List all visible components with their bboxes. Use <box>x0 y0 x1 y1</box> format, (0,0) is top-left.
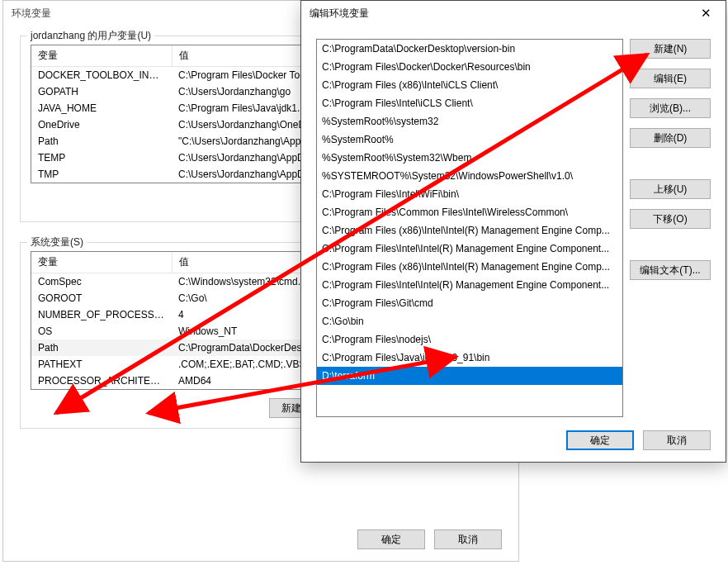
col-var[interactable]: 变量 <box>31 45 172 67</box>
list-item[interactable]: C:\Program Files\nodejs\ <box>317 330 622 349</box>
var-name: Path <box>31 339 172 356</box>
move-down-button[interactable]: 下移(O) <box>630 209 711 229</box>
browse-button[interactable]: 浏览(B)... <box>630 98 711 118</box>
edit-button[interactable]: 编辑(E) <box>630 69 711 88</box>
list-item-selected[interactable]: D:\terraform <box>317 367 622 385</box>
list-item[interactable]: C:\Program Files (x86)\Intel\iCLS Client… <box>317 76 622 94</box>
list-item[interactable]: C:\Program Files\Intel\iCLS Client\ <box>317 94 622 112</box>
var-name: ComSpec <box>31 273 172 291</box>
var-name: GOROOT <box>31 290 172 306</box>
user-vars-group-title: jordanzhang 的用户变量(U) <box>27 29 154 43</box>
var-name: OS <box>31 323 172 339</box>
list-item[interactable]: %SystemRoot% <box>317 131 622 149</box>
edit-env-var-title: 编辑环境变量 <box>310 7 369 21</box>
edit-env-var-dialog: 编辑环境变量 ✕ C:\ProgramData\DockerDesktop\ve… <box>300 0 726 463</box>
list-item[interactable]: C:\ProgramData\DockerDesktop\version-bin <box>317 40 622 58</box>
list-item[interactable]: %SystemRoot%\System32\Wbem <box>317 149 622 167</box>
list-item[interactable]: %SystemRoot%\system32 <box>317 112 622 131</box>
envvars-ok-button[interactable]: 确定 <box>357 529 425 549</box>
var-name: PATHEXT <box>31 356 172 373</box>
var-name: Path <box>31 133 172 150</box>
var-name: JAVA_HOME <box>31 100 172 116</box>
list-item[interactable]: C:\Program Files\Git\cmd <box>317 294 622 312</box>
path-entries-list[interactable]: C:\ProgramData\DockerDesktop\version-bin… <box>316 39 623 417</box>
var-name: DOCKER_TOOLBOX_INST... <box>31 67 172 84</box>
list-item[interactable]: C:\Program Files\Intel\Intel(R) Manageme… <box>317 276 622 294</box>
delete-button[interactable]: 删除(D) <box>630 128 711 148</box>
new-button[interactable]: 新建(N) <box>630 39 711 59</box>
var-name: TEMP <box>31 150 172 166</box>
list-item[interactable]: C:\Program Files (x86)\Intel\Intel(R) Ma… <box>317 221 622 240</box>
var-name: NUMBER_OF_PROCESSORS <box>31 306 172 323</box>
close-icon[interactable]: ✕ <box>689 2 722 24</box>
var-name: OneDrive <box>31 116 172 133</box>
list-item[interactable]: C:\Program Files\Common Files\Intel\Wire… <box>317 203 622 221</box>
move-up-button[interactable]: 上移(U) <box>630 179 711 199</box>
list-item[interactable]: C:\Program Files\Java\jdk1.8.0_91\bin <box>317 349 622 367</box>
list-item[interactable]: C:\Program Files\Docker\Docker\Resources… <box>317 58 622 76</box>
list-item[interactable]: %SYSTEMROOT%\System32\WindowsPowerShell\… <box>317 167 622 185</box>
var-name: PROCESSOR_ARCHITECTI... <box>31 373 172 389</box>
ok-button[interactable]: 确定 <box>566 430 634 450</box>
var-name: GOPATH <box>31 83 172 100</box>
list-item[interactable]: C:\Go\bin <box>317 312 622 330</box>
list-item[interactable]: C:\Program Files\Intel\Intel(R) Manageme… <box>317 240 622 258</box>
col-var[interactable]: 变量 <box>31 252 172 273</box>
list-item[interactable]: C:\Program Files\Intel\WiFi\bin\ <box>317 185 622 203</box>
var-name: TMP <box>31 166 172 183</box>
edit-text-button[interactable]: 编辑文本(T)... <box>630 260 711 280</box>
cancel-button[interactable]: 取消 <box>643 430 711 450</box>
envvars-cancel-button[interactable]: 取消 <box>434 529 502 549</box>
sys-vars-group-title: 系统变量(S) <box>27 235 87 249</box>
list-item[interactable]: C:\Program Files (x86)\Intel\Intel(R) Ma… <box>317 258 622 276</box>
